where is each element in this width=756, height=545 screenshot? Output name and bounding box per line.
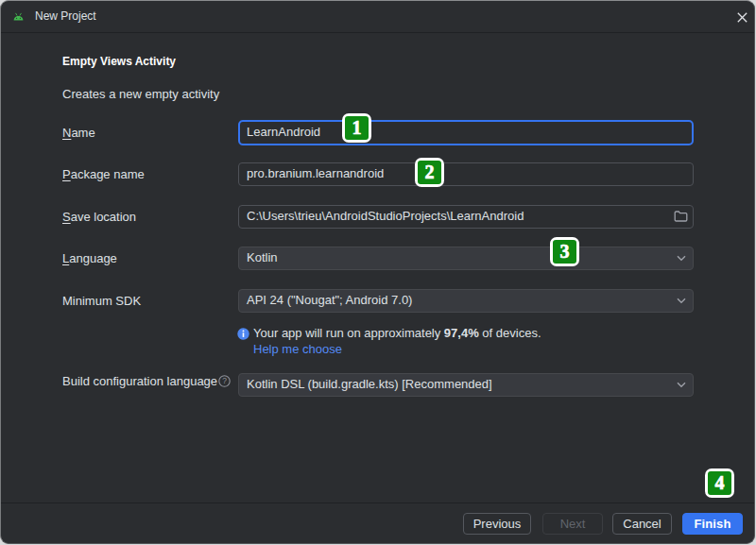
- svg-text:?: ?: [222, 376, 227, 385]
